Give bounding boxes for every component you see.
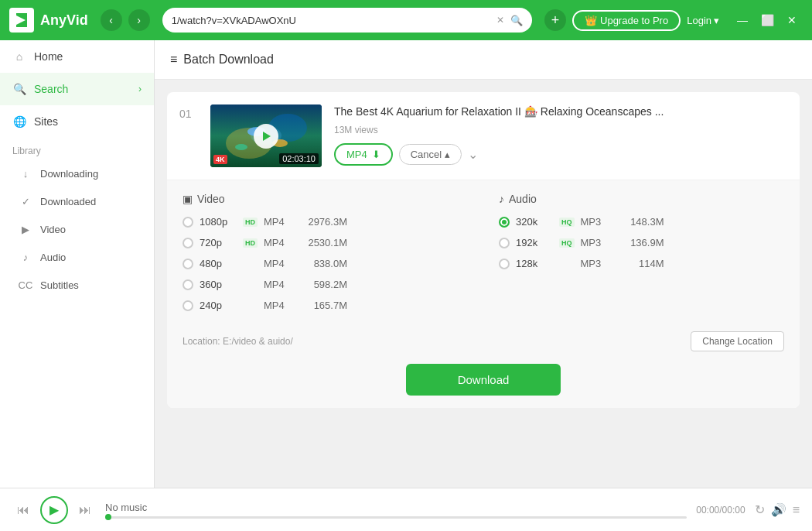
- radio-240p[interactable]: [183, 300, 193, 311]
- video-section-header: ▣ Video: [183, 193, 468, 205]
- prev-track-button[interactable]: ⏮: [12, 499, 34, 521]
- radio-192k[interactable]: [499, 238, 510, 248]
- player-progress-bar[interactable]: [105, 516, 687, 519]
- playlist-button[interactable]: ≡: [793, 503, 800, 517]
- more-options-icon[interactable]: ⌄: [468, 147, 478, 162]
- format-sections: ▣ Video 1080p HD MP4 2976.3M: [183, 193, 784, 316]
- player-time: 00:00/00:00: [696, 505, 745, 516]
- check-circle-icon: ✓: [19, 194, 32, 208]
- login-button[interactable]: Login ▾: [687, 15, 719, 26]
- cancel-button[interactable]: Cancel ▴: [399, 144, 462, 165]
- titlebar: AnyVid ‹ › 1/watch?v=XVkADAwOXnU ✕ 🔍 + 👑…: [0, 0, 812, 40]
- globe-icon: 🌐: [12, 115, 26, 128]
- player-bar: ⏮ ▶ ⏭ No music 00:00/00:00 ↻ 🔊 ≡: [0, 488, 812, 531]
- format-row-128k[interactable]: 128k HQ MP3 114M: [499, 253, 784, 274]
- next-track-button[interactable]: ⏭: [74, 499, 96, 521]
- video-icon: ▶: [19, 222, 32, 236]
- sidebar-item-search[interactable]: 🔍 Search ›: [0, 73, 154, 105]
- thumbnail-duration: 02:03:10: [279, 153, 319, 164]
- player-info: No music: [105, 502, 687, 519]
- player-title: No music: [105, 502, 687, 513]
- sidebar: ⌂ Home 🔍 Search › 🌐 Sites Library ↓ Down…: [0, 40, 155, 488]
- sidebar-item-subtitles[interactable]: CC Subtitles: [0, 271, 154, 299]
- audio-section-icon: ♪: [499, 193, 504, 205]
- radio-320k[interactable]: [499, 217, 510, 228]
- minimize-button[interactable]: —: [732, 9, 753, 31]
- change-location-button[interactable]: Change Location: [691, 331, 784, 351]
- video-card: 01: [167, 92, 800, 408]
- format-row-192k[interactable]: 192k HQ MP3 136.9M: [499, 232, 784, 253]
- logo-icon: [9, 8, 34, 33]
- maximize-button[interactable]: ⬜: [756, 9, 778, 31]
- video-views: 13M views: [334, 125, 787, 135]
- radio-720p[interactable]: [183, 238, 193, 248]
- location-row: Location: E:/video & auido/ Change Locat…: [183, 325, 784, 358]
- video-thumbnail: 4K 02:03:10: [210, 104, 322, 167]
- video-info: The Best 4K Aquarium for Relaxation II 🎰…: [334, 104, 787, 166]
- upgrade-button[interactable]: 👑 Upgrade to Pro: [572, 10, 681, 31]
- batch-download-header: ≡ Batch Download: [155, 40, 812, 80]
- app-name: AnyVid: [40, 12, 88, 29]
- content-scroll-area: 01: [155, 80, 812, 488]
- search-icon: 🔍: [12, 82, 26, 96]
- chevron-right-icon: ›: [138, 84, 142, 94]
- subtitles-icon: CC: [19, 278, 32, 292]
- thumbnail-play-icon: [254, 124, 278, 149]
- forward-button[interactable]: ›: [128, 9, 150, 31]
- sidebar-item-sites[interactable]: 🌐 Sites: [0, 105, 154, 138]
- format-row-720p[interactable]: 720p HD MP4 2530.1M: [183, 232, 468, 253]
- library-header: Library: [0, 138, 154, 159]
- sidebar-item-audio[interactable]: ♪ Audio: [0, 243, 154, 271]
- radio-128k[interactable]: [499, 259, 510, 269]
- radio-1080p[interactable]: [183, 217, 193, 228]
- mp4-select-button[interactable]: MP4 ⬇: [334, 143, 393, 166]
- url-close-icon[interactable]: ✕: [496, 15, 504, 26]
- sidebar-item-downloaded[interactable]: ✓ Downloaded: [0, 187, 154, 215]
- svg-point-8: [235, 144, 247, 150]
- chevron-up-icon: ▴: [445, 149, 450, 160]
- url-search-icon[interactable]: 🔍: [510, 15, 523, 26]
- format-row-320k[interactable]: 320k HQ MP3 148.3M: [499, 211, 784, 232]
- radio-360p[interactable]: [183, 279, 193, 290]
- download-button[interactable]: Download: [406, 364, 561, 396]
- download-icon: ⬇: [372, 149, 380, 160]
- svg-marker-9: [263, 132, 271, 141]
- format-row-360p[interactable]: 360p HD MP4 598.2M: [183, 274, 468, 295]
- app-logo: AnyVid: [9, 8, 88, 33]
- sidebar-item-video[interactable]: ▶ Video: [0, 215, 154, 243]
- chevron-down-icon: ▾: [714, 15, 719, 26]
- radio-480p[interactable]: [183, 259, 193, 269]
- music-icon: ♪: [19, 250, 32, 264]
- video-format-section: ▣ Video 1080p HD MP4 2976.3M: [183, 193, 468, 316]
- audio-format-section: ♪ Audio 320k HQ MP3 148.3M: [499, 193, 784, 316]
- player-controls: ⏮ ▶ ⏭: [12, 496, 96, 524]
- main-layout: ⌂ Home 🔍 Search › 🌐 Sites Library ↓ Down…: [0, 40, 812, 488]
- window-controls: — ⬜ ✕: [732, 9, 803, 31]
- add-tab-button[interactable]: +: [544, 9, 566, 31]
- video-section-icon: ▣: [183, 193, 193, 205]
- player-right-controls: ↻ 🔊 ≡: [755, 502, 800, 517]
- sidebar-item-downloading[interactable]: ↓ Downloading: [0, 159, 154, 187]
- back-button[interactable]: ‹: [101, 9, 122, 31]
- url-bar[interactable]: 1/watch?v=XVkADAwOXnU ✕ 🔍: [162, 8, 532, 33]
- audio-section-header: ♪ Audio: [499, 193, 784, 205]
- list-icon: ≡: [170, 53, 177, 67]
- download-arrow-icon: ↓: [19, 166, 32, 180]
- format-row-240p[interactable]: 240p HD MP4 165.7M: [183, 295, 468, 316]
- sidebar-item-home[interactable]: ⌂ Home: [0, 40, 154, 73]
- video-actions: MP4 ⬇ Cancel ▴ ⌄: [334, 143, 787, 166]
- volume-button[interactable]: 🔊: [771, 502, 786, 517]
- location-text: Location: E:/video & auido/: [183, 336, 293, 347]
- content-area: ≡ Batch Download 01: [155, 40, 812, 488]
- close-button[interactable]: ✕: [781, 9, 803, 31]
- play-button[interactable]: ▶: [40, 496, 68, 524]
- home-icon: ⌂: [12, 50, 26, 63]
- url-text: 1/watch?v=XVkADAwOXnU: [172, 15, 490, 26]
- video-title: The Best 4K Aquarium for Relaxation II 🎰…: [334, 104, 787, 120]
- repeat-button[interactable]: ↻: [755, 502, 765, 517]
- video-header: 01: [167, 92, 800, 180]
- video-index: 01: [179, 104, 198, 120]
- progress-dot-icon: [105, 514, 111, 520]
- format-row-480p[interactable]: 480p HD MP4 838.0M: [183, 253, 468, 274]
- format-row-1080p[interactable]: 1080p HD MP4 2976.3M: [183, 211, 468, 232]
